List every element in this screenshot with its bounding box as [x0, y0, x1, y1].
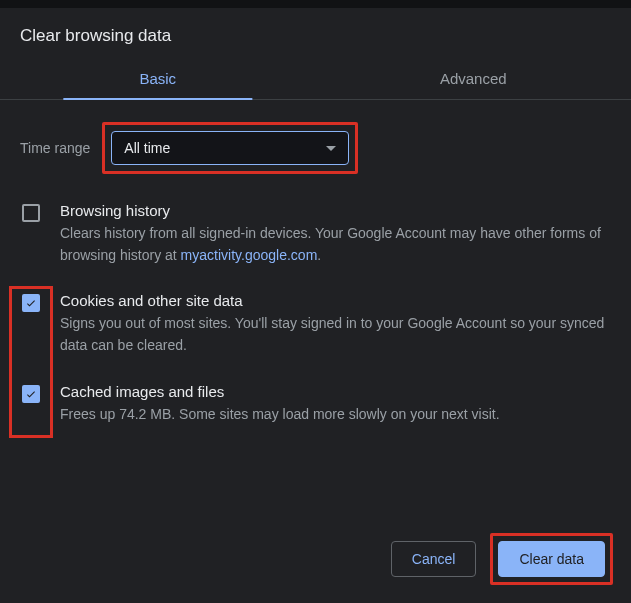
clear-browsing-data-dialog: Clear browsing data Basic Advanced Time … — [0, 8, 631, 425]
checkbox-cookies[interactable] — [22, 294, 40, 312]
tabs: Basic Advanced — [0, 60, 631, 100]
option-desc: Frees up 74.2 MB. Some sites may load mo… — [60, 404, 611, 426]
checkbox-browsing-history[interactable] — [22, 204, 40, 222]
myactivity-link[interactable]: myactivity.google.com — [181, 247, 318, 263]
tab-advanced[interactable]: Advanced — [316, 60, 632, 99]
option-cookies: Cookies and other site data Signs you ou… — [20, 292, 611, 356]
clear-data-button[interactable]: Clear data — [498, 541, 605, 577]
option-cache: Cached images and files Frees up 74.2 MB… — [20, 383, 611, 426]
time-range-select[interactable]: All time — [111, 131, 349, 165]
cancel-button[interactable]: Cancel — [391, 541, 477, 577]
time-range-label: Time range — [20, 140, 90, 156]
checkbox-cache[interactable] — [22, 385, 40, 403]
option-title: Cookies and other site data — [60, 292, 611, 309]
option-title: Browsing history — [60, 202, 611, 219]
option-title: Cached images and files — [60, 383, 611, 400]
chevron-down-icon — [326, 146, 336, 151]
time-range-value: All time — [124, 140, 170, 156]
option-browsing-history: Browsing history Clears history from all… — [20, 202, 611, 266]
option-desc: Clears history from all signed-in device… — [60, 223, 611, 266]
option-desc: Signs you out of most sites. You'll stay… — [60, 313, 611, 356]
dialog-title: Clear browsing data — [0, 8, 631, 60]
tab-basic[interactable]: Basic — [0, 60, 316, 99]
